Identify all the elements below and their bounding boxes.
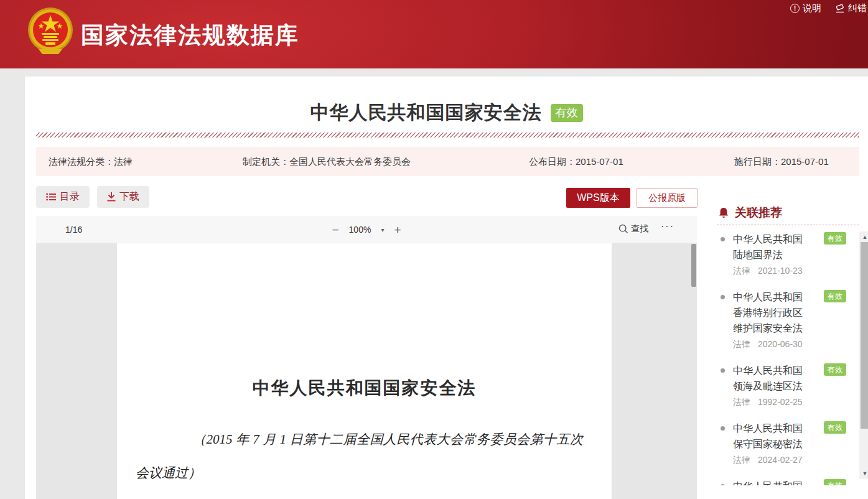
related-law-title: 中华人民共和国保守国家秘密法	[733, 421, 809, 452]
pdf-doc-passage: （2015 年 7 月 1 日第十二届全国人民代表大会常务委员会第十五次会议通过…	[117, 422, 612, 490]
sidebar-scroll-thumb[interactable]	[861, 242, 868, 429]
eraser-icon	[835, 4, 845, 13]
meta-issuing-body: 制定机关：全国人民代表大会常务委员会	[243, 156, 411, 168]
pdf-viewer: 1/16 − 100% ▾ + 查找 ···	[36, 216, 697, 499]
gazette-original-button[interactable]: 公报原版	[637, 188, 698, 208]
zoom-out-button[interactable]: −	[332, 224, 338, 236]
recommendation-list: 有效 中华人民共和国陆地国界法 法律2021-10-23 有效 中华人民共和国香…	[717, 231, 849, 485]
page: 国家法律法规数据库 ! 说明 纠错 中华人民共和国国家安全法 有效	[0, 0, 868, 499]
list-item[interactable]: 有效 中华人民共和国保守国家秘密法 法律2024-02-27	[717, 421, 849, 466]
meta-effective-date: 施行日期：2015-07-01	[734, 156, 829, 168]
download-button-label: 下载	[119, 190, 139, 203]
report-error-label: 纠错	[848, 2, 867, 14]
status-badge: 有效	[824, 479, 846, 485]
pdf-page: 中华人民共和国国家安全法 （2015 年 7 月 1 日第十二届全国人民代表大会…	[117, 243, 612, 499]
toc-button-label: 目录	[60, 190, 80, 203]
zoom-controls: − 100% ▾ +	[36, 216, 697, 243]
bell-icon	[718, 207, 729, 219]
find-button[interactable]: 查找	[618, 223, 648, 235]
list-icon	[46, 193, 56, 201]
meta-category: 法律法规分类：法律	[49, 156, 133, 168]
related-law-meta: 法律2024-02-27	[733, 455, 849, 466]
meta-publish-date: 公布日期：2015-07-01	[529, 156, 623, 168]
help-link-label: 说明	[803, 2, 821, 14]
pdf-doc-title: 中华人民共和国国家安全法	[117, 376, 612, 400]
toc-button[interactable]: 目录	[36, 186, 90, 208]
related-law-title: 中华人民共和国陆地国界法	[733, 231, 809, 263]
left-actions: 目录 下载	[36, 186, 149, 208]
main-card: 中华人民共和国国家安全法 有效 法律法规分类：法律 制定机关：全国人民代表大会常…	[25, 77, 868, 499]
document-title: 中华人民共和国国家安全法	[310, 100, 542, 126]
national-emblem-logo	[27, 7, 73, 55]
list-item[interactable]: 有效 中华人民共和国香港特别行政区维护国家安全法 法律2020-06-30	[717, 289, 849, 350]
sidebar-header: 关联推荐	[718, 205, 782, 221]
sidebar-title: 关联推荐	[735, 205, 782, 221]
related-sidebar: 关联推荐 有效 中华人民共和国陆地国界法 法律2021-10-23 有效 中华人…	[709, 201, 868, 499]
right-actions: WPS版本 公报原版	[566, 188, 698, 208]
sidebar-scrollbar[interactable]: ▲ ▼	[859, 231, 868, 479]
viewer-scrollbar[interactable]	[691, 244, 696, 287]
zoom-in-button[interactable]: +	[394, 224, 401, 236]
related-law-title: 中华人民共和国香港特别行政区维护国家安全法	[733, 289, 809, 336]
sidebar-divider	[717, 225, 859, 225]
wps-version-button[interactable]: WPS版本	[566, 188, 630, 208]
related-law-meta: 法律2021-10-23	[733, 266, 849, 277]
header-links: ! 说明 纠错	[790, 2, 867, 14]
status-badge: 有效	[824, 363, 846, 376]
bullet-icon	[721, 426, 725, 431]
stripe-divider	[36, 133, 859, 138]
find-label: 查找	[631, 223, 648, 235]
meta-bar: 法律法规分类：法律 制定机关：全国人民代表大会常务委员会 公布日期：2015-0…	[36, 147, 859, 176]
document-header: 中华人民共和国国家安全法 有效	[25, 100, 868, 126]
scroll-up-icon[interactable]: ▲	[862, 231, 868, 243]
bullet-icon	[721, 484, 725, 485]
status-badge: 有效	[824, 232, 846, 245]
help-link[interactable]: ! 说明	[790, 2, 821, 14]
bullet-icon	[721, 368, 725, 373]
report-error-link[interactable]: 纠错	[835, 2, 867, 14]
info-icon: !	[790, 4, 800, 13]
status-badge: 有效	[824, 421, 846, 434]
viewer-toolbar: 1/16 − 100% ▾ + 查找 ···	[36, 216, 697, 243]
site-header: 国家法律法规数据库 ! 说明 纠错	[0, 0, 868, 68]
related-law-meta: 法律2020-06-30	[733, 339, 849, 350]
bullet-icon	[721, 295, 725, 299]
zoom-dropdown-caret-icon[interactable]: ▾	[381, 226, 384, 233]
list-item[interactable]: 有效 中华人民共和国领海及毗连区法 法律1992-02-25	[717, 363, 849, 408]
related-law-title: 中华人民共和国领海及毗连区法	[733, 363, 809, 394]
download-button[interactable]: 下载	[97, 186, 149, 208]
viewer-body: 中华人民共和国国家安全法 （2015 年 7 月 1 日第十二届全国人民代表大会…	[36, 243, 697, 499]
list-item[interactable]: 有效 中华人民共和国陆地国界法 法律2021-10-23	[717, 231, 849, 277]
download-icon	[107, 192, 116, 202]
scroll-down-icon[interactable]: ▼	[862, 468, 868, 479]
zoom-level: 100%	[349, 225, 371, 235]
more-options-button[interactable]: ···	[661, 221, 674, 232]
status-badge: 有效	[551, 104, 583, 123]
bullet-icon	[721, 237, 725, 241]
search-icon	[618, 224, 628, 234]
status-badge: 有效	[824, 290, 846, 302]
related-law-title: 中华人民共和国	[733, 478, 809, 485]
list-item[interactable]: 有效 中华人民共和国	[717, 478, 849, 485]
site-title: 国家法律法规数据库	[81, 20, 299, 51]
related-law-meta: 法律1992-02-25	[733, 397, 849, 408]
